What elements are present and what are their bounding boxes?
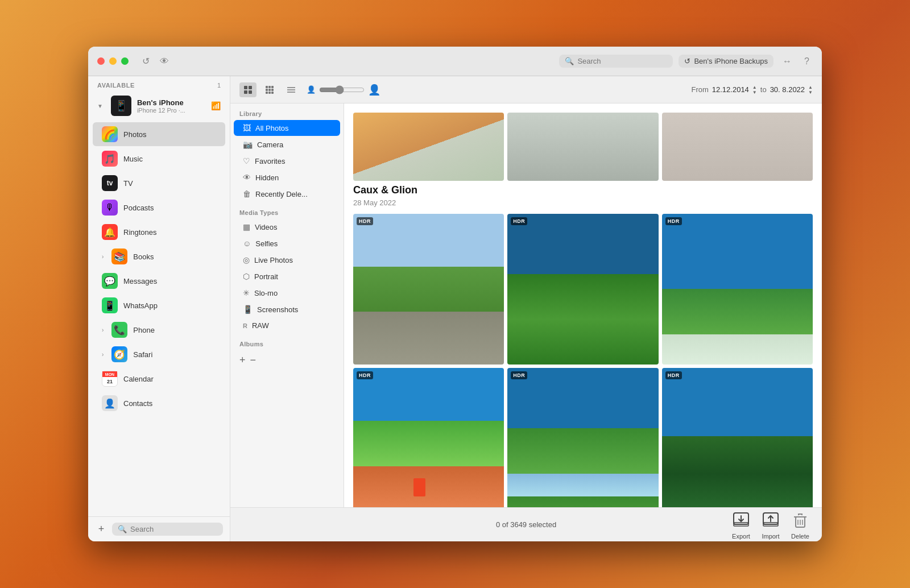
photo-browser: Library 🖼 All Photos 📷 Camera ♡ Favorite… bbox=[230, 103, 822, 507]
to-label: to bbox=[760, 85, 767, 94]
svg-rect-0 bbox=[244, 86, 247, 89]
sidebar-search-input[interactable] bbox=[130, 525, 217, 533]
to-date: 30. 8.2022 bbox=[770, 85, 805, 94]
export-label: Export bbox=[732, 533, 750, 540]
to-date-stepper[interactable]: ▲▼ bbox=[808, 85, 813, 95]
list-item[interactable]: HDR bbox=[353, 368, 504, 507]
nav-item-all-photos[interactable]: 🖼 All Photos bbox=[234, 120, 340, 136]
delete-button[interactable]: Delete bbox=[790, 510, 810, 540]
close-button[interactable] bbox=[97, 57, 105, 65]
remove-album-button[interactable]: − bbox=[250, 354, 257, 366]
media-types-section-label: Media Types bbox=[230, 202, 344, 218]
nav-icon[interactable]: ↔ bbox=[779, 55, 795, 68]
svg-rect-5 bbox=[268, 86, 271, 88]
calendar-app-icon: MON 21 bbox=[102, 371, 118, 387]
date-range: From 12.12.2014 ▲▼ to 30. 8.2022 ▲▼ bbox=[691, 85, 813, 95]
nav-item-videos[interactable]: ▦ Videos bbox=[234, 219, 340, 235]
all-photos-icon: 🖼 bbox=[243, 123, 251, 132]
nav-item-selfies[interactable]: ☺ Selfies bbox=[234, 235, 340, 251]
add-button[interactable]: + bbox=[95, 523, 107, 536]
nav-item-live-photos[interactable]: ◎ Live Photos bbox=[234, 252, 340, 268]
titlebar-search[interactable]: 🔍 bbox=[559, 55, 673, 68]
svg-rect-2 bbox=[244, 90, 247, 94]
minimize-button[interactable] bbox=[109, 57, 117, 65]
photo-group-title: Caux & Glion bbox=[353, 184, 813, 196]
nav-item-slo-mo[interactable]: ✳ Slo-mo bbox=[234, 285, 340, 301]
size-slider-container: 👤 👤 bbox=[307, 84, 380, 96]
svg-rect-8 bbox=[268, 89, 271, 91]
nav-item-recently-deleted[interactable]: 🗑 Recently Dele... bbox=[234, 186, 340, 202]
svg-rect-3 bbox=[249, 90, 252, 94]
svg-rect-10 bbox=[266, 92, 268, 94]
main-area: AVAILABLE 1 ▼ 📱 Ben's iPhone iPhone 12 P… bbox=[88, 76, 822, 541]
list-item[interactable]: HDR bbox=[507, 214, 658, 365]
sidebar-item-books[interactable]: › 📚 Books bbox=[93, 245, 225, 268]
export-button[interactable]: Export bbox=[731, 510, 751, 540]
import-label: Import bbox=[762, 533, 779, 540]
size-slider[interactable] bbox=[319, 85, 365, 94]
import-button[interactable]: Import bbox=[760, 510, 781, 540]
sidebar-item-label-photos: Photos bbox=[123, 130, 146, 139]
sidebar-item-label-whatsapp: WhatsApp bbox=[123, 301, 158, 310]
nav-item-favorites[interactable]: ♡ Favorites bbox=[234, 153, 340, 169]
library-section-label: Library bbox=[230, 103, 344, 119]
sidebar-footer: + 🔍 bbox=[88, 516, 230, 541]
table-row[interactable] bbox=[353, 113, 504, 181]
nav-item-hidden[interactable]: 👁 Hidden bbox=[234, 169, 340, 185]
table-row[interactable] bbox=[507, 113, 658, 181]
nav-item-camera[interactable]: 📷 Camera bbox=[234, 136, 340, 152]
view-multi-button[interactable] bbox=[261, 82, 278, 97]
podcasts-app-icon: 🎙 bbox=[102, 200, 118, 216]
list-item[interactable]: HDR bbox=[662, 368, 813, 507]
sidebar-item-phone[interactable]: › 📞 Phone bbox=[93, 318, 225, 342]
photo-grid-container: Caux & Glion 28 May 2022 HDR HDR bbox=[344, 103, 822, 507]
list-item[interactable]: HDR bbox=[353, 214, 504, 365]
sidebar-item-calendar[interactable]: MON 21 Calendar bbox=[93, 367, 225, 391]
view-list-button[interactable] bbox=[283, 82, 300, 97]
sidebar-item-whatsapp[interactable]: 📱 WhatsApp bbox=[93, 293, 225, 317]
device-selector[interactable]: ↺ Ben's iPhone Backups bbox=[679, 55, 774, 68]
export-icon bbox=[731, 510, 751, 531]
sidebar-item-podcasts[interactable]: 🎙 Podcasts bbox=[93, 196, 225, 220]
slo-mo-icon: ✳ bbox=[243, 288, 250, 297]
search-input[interactable] bbox=[577, 57, 657, 65]
traffic-lights bbox=[97, 57, 129, 65]
svg-rect-1 bbox=[249, 86, 252, 89]
help-icon[interactable]: ? bbox=[801, 55, 813, 68]
table-row[interactable] bbox=[662, 113, 813, 181]
sidebar-item-label-tv: TV bbox=[123, 179, 133, 188]
device-item[interactable]: ▼ 📱 Ben's iPhone iPhone 12 Pro ·... 📶 bbox=[88, 92, 230, 119]
search-icon: 🔍 bbox=[565, 57, 574, 65]
sidebar-item-ringtones[interactable]: 🔔 Ringtones bbox=[93, 220, 225, 244]
sidebar-item-label-safari: Safari bbox=[133, 350, 152, 359]
videos-icon: ▦ bbox=[243, 222, 250, 231]
device-selector-label: Ben's iPhone Backups bbox=[694, 57, 768, 65]
recently-deleted-icon: 🗑 bbox=[243, 189, 251, 198]
view-grid-button[interactable] bbox=[239, 82, 257, 97]
list-item[interactable]: HDR bbox=[662, 214, 813, 365]
nav-item-label-screenshots: Screenshots bbox=[257, 305, 298, 314]
sidebar-item-safari[interactable]: › 🧭 Safari bbox=[93, 342, 225, 366]
screenshots-icon: 📱 bbox=[243, 305, 253, 314]
nav-item-screenshots[interactable]: 📱 Screenshots bbox=[234, 301, 340, 317]
sidebar-item-photos[interactable]: 🌈 Photos bbox=[93, 122, 225, 146]
sidebar-item-label-phone: Phone bbox=[133, 326, 155, 334]
device-selector-icon: ↺ bbox=[684, 57, 690, 65]
svg-rect-7 bbox=[266, 89, 268, 91]
bottom-actions: Export Import bbox=[731, 510, 810, 540]
sidebar-item-music[interactable]: 🎵 Music bbox=[93, 147, 225, 171]
sidebar-item-contacts[interactable]: 👤 Contacts bbox=[93, 391, 225, 415]
sidebar-header: AVAILABLE 1 bbox=[88, 76, 230, 92]
fullscreen-button[interactable] bbox=[121, 57, 129, 65]
list-item[interactable]: HDR bbox=[507, 368, 658, 507]
add-album-button[interactable]: + bbox=[239, 354, 246, 366]
eye-icon[interactable]: 👁 bbox=[158, 54, 171, 69]
refresh-icon[interactable]: ↺ bbox=[140, 53, 152, 69]
sidebar-search[interactable]: 🔍 bbox=[112, 523, 223, 536]
nav-item-raw[interactable]: R RAW bbox=[234, 318, 340, 333]
nav-item-portrait[interactable]: ⬡ Portrait bbox=[234, 268, 340, 284]
from-date-stepper[interactable]: ▲▼ bbox=[752, 85, 757, 95]
sidebar-item-tv[interactable]: tv TV bbox=[93, 171, 225, 195]
sidebar-item-messages[interactable]: 💬 Messages bbox=[93, 269, 225, 293]
delete-label: Delete bbox=[791, 533, 809, 540]
